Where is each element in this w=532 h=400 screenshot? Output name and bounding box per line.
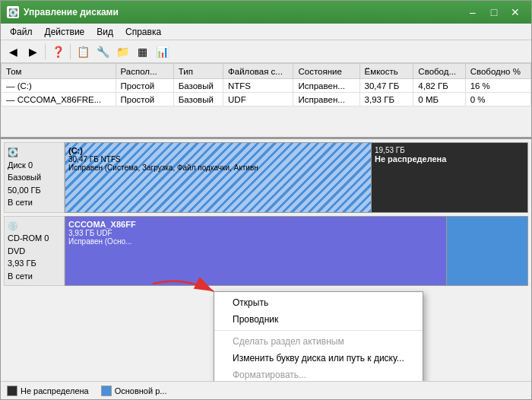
col-header-cap: Ёмкость: [359, 64, 413, 79]
col-header-fs: Файловая с...: [223, 64, 293, 79]
ctx-sep-1: [214, 330, 423, 331]
table-row[interactable]: — (C:) Простой Базовый NTFS Исправен... …: [2, 79, 531, 93]
toolbar-btn-5[interactable]: 📊: [153, 43, 171, 61]
toolbar-separator-2: [70, 44, 71, 59]
toolbar: ◀ ▶ ❓ 📋 🔧 📁 ▦ 📊: [1, 40, 531, 63]
toolbar-separator-1: [45, 44, 46, 59]
toolbar-btn-2[interactable]: 🔧: [93, 43, 112, 61]
disk0-name: Диск 0: [8, 159, 61, 172]
row0-cap: 30,47 ГБ: [359, 79, 413, 93]
ctx-change-letter[interactable]: Изменить букву диска или путь к диску...: [214, 350, 423, 367]
col-header-free: Свобод...: [413, 64, 465, 79]
toolbar-btn-4[interactable]: ▦: [133, 43, 151, 61]
col-header-freepct: Свободно %: [465, 64, 530, 79]
disk0-row: 💽 Диск 0 Базовый 50,00 ГБ В сети (C:) 30…: [4, 142, 528, 213]
cdrom0-size: 3,93 ГБ: [8, 257, 61, 270]
col-header-name: Том: [2, 64, 116, 79]
disk0-label: 💽 Диск 0 Базовый 50,00 ГБ В сети: [4, 142, 65, 213]
disk0-size: 50,00 ГБ: [8, 184, 61, 197]
menubar: Файл Действие Вид Справка: [1, 24, 531, 40]
row0-layout: Простой: [116, 79, 173, 93]
disk0-partitions: (C:) 30,47 ГБ NTFS Исправен (Система, За…: [65, 142, 528, 213]
cdrom0-icon: 💿: [8, 220, 61, 233]
unallocated-size: 19,53 ГБ: [375, 146, 524, 154]
table-header-row: Том Распол... Тип Файловая с... Состояни…: [2, 64, 531, 79]
col-header-layout: Распол...: [116, 64, 173, 79]
disk-table-area: Том Распол... Тип Файловая с... Состояни…: [1, 63, 531, 139]
legend-primary-label: Основной р...: [115, 386, 167, 395]
help-button[interactable]: ❓: [49, 43, 67, 61]
partition-c-name: (C:): [68, 146, 368, 155]
ctx-make-active: Сделать раздел активным: [214, 333, 423, 350]
toolbar-btn-3[interactable]: 📁: [113, 43, 131, 61]
menu-file[interactable]: Файл: [4, 25, 39, 39]
app-icon: 💽: [7, 6, 19, 18]
menu-view[interactable]: Вид: [90, 25, 119, 39]
row0-status: Исправен...: [293, 79, 359, 93]
legend-unallocated: Не распределена: [7, 386, 89, 396]
row0-fs: NTFS: [223, 79, 293, 93]
disk-visual-area: 💽 Диск 0 Базовый 50,00 ГБ В сети (C:) 30…: [1, 139, 531, 381]
cdrom-small-partition: [447, 217, 528, 286]
partition-c-status: Исправен (Система, Загрузка, Файл подкач…: [68, 163, 368, 172]
disk-table: Том Распол... Тип Файловая с... Состояни…: [1, 63, 531, 106]
cdrom0-status: В сети: [8, 270, 61, 283]
row1-name: — CCCOMA_X86FRE...: [2, 93, 116, 106]
row0-name: — (C:): [2, 79, 116, 93]
window-title: Управление дисками: [24, 7, 463, 17]
forward-button[interactable]: ▶: [24, 43, 42, 61]
cdrom0-name: CD-ROM 0: [8, 232, 61, 245]
cdrom-partition-size: 3,93 ГБ UDF: [68, 229, 443, 237]
maximize-button[interactable]: □: [484, 5, 504, 20]
main-window: 💽 Управление дисками – □ ✕ Файл Действие…: [0, 0, 532, 400]
context-menu: Открыть Проводник Сделать раздел активны…: [214, 291, 423, 381]
cdrom-partition[interactable]: CCCOMA_X86FF 3,93 ГБ UDF Исправен (Осно.…: [65, 217, 447, 286]
cdrom0-row: 💿 CD-ROM 0 DVD 3,93 ГБ В сети CCCOMA_X86…: [4, 216, 528, 287]
row1-freepct: 0 %: [465, 93, 530, 106]
legend-primary: Основной р...: [101, 386, 167, 396]
cdrom-partition-name: CCCOMA_X86FF: [68, 220, 443, 229]
legend-unallocated-box: [7, 386, 17, 396]
disk0-icon: 💽: [8, 146, 61, 159]
row1-layout: Простой: [116, 93, 173, 106]
ctx-open[interactable]: Открыть: [214, 294, 423, 311]
menu-help[interactable]: Справка: [119, 25, 167, 39]
row1-cap: 3,93 ГБ: [359, 93, 413, 106]
titlebar: 💽 Управление дисками – □ ✕: [1, 1, 531, 24]
row0-freepct: 16 %: [465, 79, 530, 93]
ctx-format: Форматировать...: [214, 367, 423, 381]
window-controls: – □ ✕: [463, 5, 525, 20]
minimize-button[interactable]: –: [463, 5, 483, 20]
legend-primary-box: [101, 386, 112, 396]
toolbar-btn-1[interactable]: 📋: [74, 43, 92, 61]
row1-fs: UDF: [223, 93, 293, 106]
disk0-type: Базовый: [8, 171, 61, 184]
cdrom0-type: DVD: [8, 245, 61, 258]
row0-type: Базовый: [173, 79, 223, 93]
cdrom-partition-status: Исправен (Осно...: [68, 237, 443, 246]
row0-free: 4,82 ГБ: [413, 79, 465, 93]
legend: Не распределена Основной р...: [1, 381, 531, 399]
col-header-status: Состояние: [293, 64, 359, 79]
partition-c-size: 30,47 ГБ NTFS: [68, 155, 368, 163]
close-button[interactable]: ✕: [505, 5, 525, 20]
legend-unallocated-label: Не распределена: [21, 386, 89, 395]
back-button[interactable]: ◀: [4, 43, 22, 61]
cdrom0-partitions: CCCOMA_X86FF 3,93 ГБ UDF Исправен (Осно.…: [65, 216, 528, 287]
col-header-type: Тип: [173, 64, 223, 79]
row1-status: Исправен...: [293, 93, 359, 106]
cdrom0-label: 💿 CD-ROM 0 DVD 3,93 ГБ В сети: [4, 216, 65, 287]
row1-free: 0 МБ: [413, 93, 465, 106]
main-content: Том Распол... Тип Файловая с... Состояни…: [1, 63, 531, 399]
row1-type: Базовый: [173, 93, 223, 106]
table-row[interactable]: — CCCOMA_X86FRE... Простой Базовый UDF И…: [2, 93, 531, 106]
partition-c[interactable]: (C:) 30,47 ГБ NTFS Исправен (Система, За…: [65, 143, 372, 212]
menu-action[interactable]: Действие: [39, 25, 91, 39]
partition-unallocated[interactable]: 19,53 ГБ Не распределена: [372, 143, 527, 212]
unallocated-label: Не распределена: [375, 154, 524, 163]
disk0-status: В сети: [8, 196, 61, 209]
ctx-explorer[interactable]: Проводник: [214, 311, 423, 328]
